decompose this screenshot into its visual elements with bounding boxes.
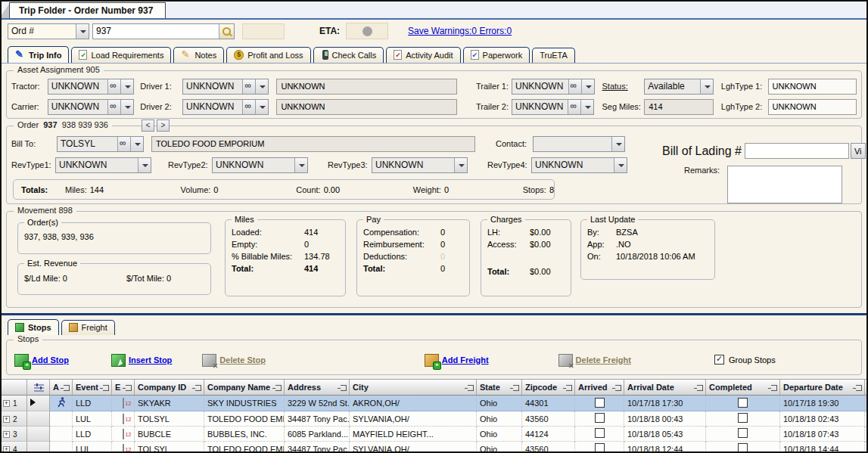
departure-date-cell[interactable]: 10/18/18 14:44 [780, 442, 865, 453]
company-name-cell[interactable]: TOLEDO FOOD EMP... [204, 411, 285, 427]
zipcode-cell[interactable]: 44301 [522, 396, 575, 411]
chevron-down-icon[interactable] [611, 137, 624, 151]
expand-row-icon[interactable] [3, 400, 10, 407]
company-id-cell[interactable]: TOLSYL [135, 442, 204, 453]
company-id-cell[interactable]: TOLSYL [135, 411, 204, 427]
expand-row-icon[interactable] [3, 416, 10, 423]
order-search-input[interactable] [93, 24, 219, 39]
event-cell[interactable]: LUL [73, 442, 112, 453]
column-pin-icon[interactable] [856, 385, 862, 391]
column-pin-icon[interactable] [468, 385, 474, 391]
state-cell[interactable]: Ohio [477, 411, 522, 427]
zipcode-cell[interactable]: 44124 [522, 427, 575, 442]
binoculars-icon[interactable] [242, 79, 255, 94]
city-cell[interactable]: SYLVANIA,OH/ [350, 442, 477, 453]
company-id-cell[interactable]: BUBCLE [135, 427, 204, 442]
revtype4-combo[interactable]: UNKNOWN [531, 157, 627, 173]
column-pin-icon[interactable] [103, 385, 109, 391]
binoculars-icon[interactable] [568, 79, 581, 94]
tab-notes[interactable]: Notes [173, 47, 224, 63]
column-header-zipcode[interactable]: Zipcode [522, 380, 575, 396]
completed-checkbox[interactable] [738, 443, 748, 453]
zipcode-cell[interactable]: 43560 [522, 442, 575, 453]
delete-stop-button[interactable]: Delete Stop [202, 352, 266, 367]
address-cell[interactable]: 6085 Parkland... [285, 427, 350, 442]
column-pin-icon[interactable] [126, 385, 132, 391]
company-id-cell[interactable]: SKYAKR [135, 396, 204, 411]
status-combo[interactable]: Available [644, 79, 714, 95]
arrival-date-cell[interactable]: 10/18/18 00:43 [624, 411, 706, 427]
add-stop-button[interactable]: Add Stop [14, 352, 69, 367]
tab-check-calls[interactable]: Check Calls [313, 47, 384, 63]
bill-to-combo[interactable]: TOLSYL [57, 136, 144, 152]
stop-row-3[interactable]: 3 LLD BUBCLE BUBBLES, INC. 6085 Parkland… [2, 427, 866, 442]
tab-activity-audit[interactable]: Activity Audit [386, 47, 460, 63]
driver1-combo[interactable]: UNKNOWN [182, 79, 269, 95]
revtype3-combo[interactable]: UNKNOWN [372, 157, 468, 173]
column-options-header[interactable] [27, 380, 50, 396]
search-icon[interactable] [219, 24, 234, 39]
column-header-a[interactable]: A [50, 380, 73, 396]
expand-row-icon[interactable] [3, 431, 10, 438]
city-cell[interactable]: MAYFIELD HEIGHT... [350, 427, 477, 442]
column-pin-icon[interactable] [341, 385, 347, 391]
chevron-down-icon[interactable] [76, 24, 89, 39]
tab-freight[interactable]: Freight [61, 320, 115, 335]
order-next-button[interactable]: > [157, 119, 170, 132]
column-pin-icon[interactable] [697, 385, 703, 391]
binoculars-icon[interactable] [568, 100, 580, 114]
column-pin-icon[interactable] [513, 385, 519, 391]
column-header-e[interactable]: E [112, 380, 135, 396]
column-header-event[interactable]: Event [73, 380, 112, 396]
chevron-down-icon[interactable] [614, 158, 627, 172]
order-other-numbers[interactable]: 938 939 936 [62, 120, 108, 129]
company-name-cell[interactable]: BUBBLES, INC. [204, 427, 285, 442]
carrier-combo[interactable]: UNKNOWN [48, 99, 134, 115]
chevron-down-icon[interactable] [120, 100, 133, 114]
calendar-icon[interactable] [123, 414, 124, 424]
binoculars-icon[interactable] [117, 137, 130, 151]
stop-row-1[interactable]: 1 LLD SKYAKR SKY INDUSTRIES 3229 W 52nd … [2, 396, 866, 411]
search-type-combo[interactable]: Ord # [8, 23, 89, 39]
chevron-down-icon[interactable] [294, 158, 307, 172]
group-stops-checkbox[interactable] [714, 355, 724, 365]
arrival-date-cell[interactable]: 10/17/18 17:30 [624, 396, 706, 411]
chevron-down-icon[interactable] [580, 100, 593, 114]
state-cell[interactable]: Ohio [477, 442, 522, 453]
city-cell[interactable]: AKRON,OH/ [350, 396, 477, 411]
arrival-date-cell[interactable]: 10/18/18 05:43 [624, 427, 706, 442]
event-cell[interactable]: LLD [73, 396, 112, 411]
chevron-down-icon[interactable] [138, 158, 151, 172]
arrived-checkbox[interactable] [595, 398, 605, 408]
departure-date-cell[interactable]: 10/17/18 19:30 [780, 396, 865, 411]
company-name-cell[interactable]: SKY INDUSTRIES [204, 396, 285, 411]
tab-profit-and-loss[interactable]: Profit and Loss [226, 47, 310, 63]
event-cell[interactable]: LUL [73, 411, 112, 427]
city-cell[interactable]: SYLVANIA,OH/ [350, 411, 477, 427]
chevron-down-icon[interactable] [255, 79, 268, 94]
chevron-down-icon[interactable] [120, 79, 133, 94]
completed-checkbox[interactable] [738, 398, 748, 408]
departure-date-cell[interactable]: 10/18/18 02:43 [780, 411, 865, 427]
chevron-down-icon[interactable] [454, 158, 467, 172]
order-current-number[interactable]: 937 [43, 120, 57, 129]
column-header-address[interactable]: Address [285, 380, 350, 396]
binoculars-icon[interactable] [107, 79, 120, 94]
column-header-departure-date[interactable]: Departure Date [780, 380, 865, 396]
bill-of-lading-view-button[interactable]: Vi [851, 143, 866, 159]
order-prev-button[interactable]: < [142, 119, 154, 132]
expand-row-icon[interactable] [3, 446, 10, 453]
tractor-combo[interactable]: UNKNOWN [48, 79, 134, 95]
insert-stop-button[interactable]: Insert Stop [111, 352, 172, 367]
arrived-checkbox[interactable] [595, 413, 605, 423]
remarks-textarea[interactable] [727, 166, 842, 203]
arrival-date-cell[interactable]: 10/18/18 12:44 [624, 442, 706, 453]
arrived-checkbox[interactable] [595, 428, 605, 438]
chevron-down-icon[interactable] [581, 79, 594, 94]
tab-trip-info[interactable]: Trip Info [8, 46, 69, 63]
column-pin-icon[interactable] [615, 385, 621, 391]
column-header-state[interactable]: State [477, 380, 522, 396]
completed-checkbox[interactable] [738, 428, 748, 438]
binoculars-icon[interactable] [107, 100, 120, 114]
column-pin-icon[interactable] [64, 385, 70, 391]
